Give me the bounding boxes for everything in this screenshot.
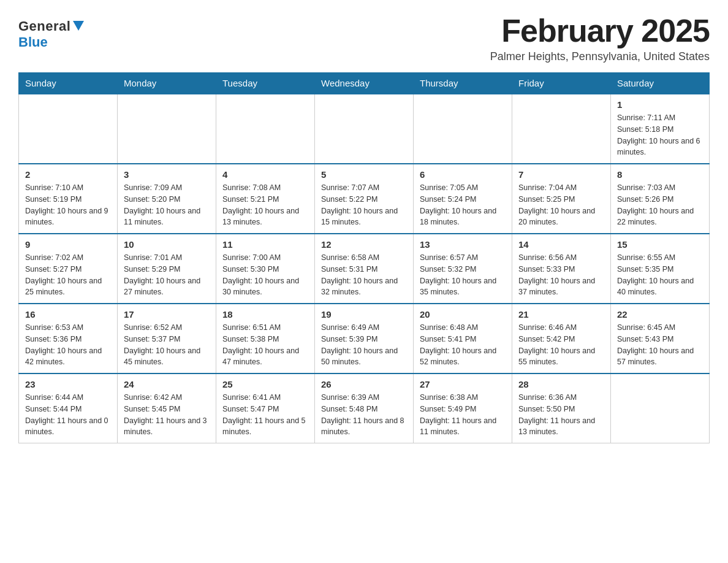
day-number: 22 bbox=[617, 309, 703, 320]
day-number: 1 bbox=[617, 99, 703, 110]
calendar-cell: 9Sunrise: 7:02 AMSunset: 5:27 PMDaylight… bbox=[19, 234, 118, 304]
day-header-monday: Monday bbox=[118, 73, 216, 94]
month-title: February 2025 bbox=[490, 12, 710, 49]
calendar-cell: 27Sunrise: 6:38 AMSunset: 5:49 PMDayligh… bbox=[414, 373, 512, 443]
day-info: Sunrise: 7:07 AMSunset: 5:22 PMDaylight:… bbox=[321, 182, 407, 228]
day-info: Sunrise: 6:51 AMSunset: 5:38 PMDaylight:… bbox=[222, 322, 308, 368]
day-info: Sunrise: 6:46 AMSunset: 5:42 PMDaylight:… bbox=[518, 322, 604, 368]
day-number: 9 bbox=[25, 239, 111, 250]
calendar-week-row: 16Sunrise: 6:53 AMSunset: 5:36 PMDayligh… bbox=[19, 304, 710, 373]
day-number: 3 bbox=[124, 169, 210, 180]
calendar-week-row: 23Sunrise: 6:44 AMSunset: 5:44 PMDayligh… bbox=[19, 373, 710, 443]
day-info: Sunrise: 6:58 AMSunset: 5:31 PMDaylight:… bbox=[321, 252, 407, 298]
day-info: Sunrise: 6:55 AMSunset: 5:35 PMDaylight:… bbox=[617, 252, 703, 298]
calendar-week-row: 1Sunrise: 7:11 AMSunset: 5:18 PMDaylight… bbox=[19, 94, 710, 164]
calendar-cell: 28Sunrise: 6:36 AMSunset: 5:50 PMDayligh… bbox=[512, 373, 611, 443]
title-area: February 2025 Palmer Heights, Pennsylvan… bbox=[490, 12, 710, 63]
page-header: General Blue February 2025 Palmer Height… bbox=[18, 12, 710, 63]
calendar-cell bbox=[19, 94, 118, 164]
day-number: 2 bbox=[25, 169, 111, 180]
day-number: 13 bbox=[420, 239, 506, 250]
day-number: 8 bbox=[617, 169, 703, 180]
calendar-week-row: 9Sunrise: 7:02 AMSunset: 5:27 PMDaylight… bbox=[19, 234, 710, 304]
day-info: Sunrise: 6:52 AMSunset: 5:37 PMDaylight:… bbox=[124, 322, 210, 368]
svg-marker-0 bbox=[73, 21, 84, 31]
day-info: Sunrise: 6:49 AMSunset: 5:39 PMDaylight:… bbox=[321, 322, 407, 368]
day-number: 4 bbox=[222, 169, 308, 180]
day-info: Sunrise: 6:41 AMSunset: 5:47 PMDaylight:… bbox=[222, 392, 308, 438]
day-number: 28 bbox=[518, 379, 604, 389]
logo-blue-text: Blue bbox=[18, 34, 48, 50]
day-info: Sunrise: 7:02 AMSunset: 5:27 PMDaylight:… bbox=[25, 252, 111, 298]
calendar-header-row: SundayMondayTuesdayWednesdayThursdayFrid… bbox=[19, 73, 710, 94]
day-info: Sunrise: 7:00 AMSunset: 5:30 PMDaylight:… bbox=[222, 252, 308, 298]
day-number: 10 bbox=[124, 239, 210, 250]
calendar-cell: 2Sunrise: 7:10 AMSunset: 5:19 PMDaylight… bbox=[19, 164, 118, 234]
day-number: 23 bbox=[25, 379, 111, 389]
day-number: 26 bbox=[321, 379, 407, 389]
calendar-cell: 13Sunrise: 6:57 AMSunset: 5:32 PMDayligh… bbox=[414, 234, 512, 304]
day-info: Sunrise: 6:36 AMSunset: 5:50 PMDaylight:… bbox=[518, 392, 604, 438]
calendar-cell: 19Sunrise: 6:49 AMSunset: 5:39 PMDayligh… bbox=[315, 304, 414, 373]
day-header-friday: Friday bbox=[512, 73, 611, 94]
calendar-cell bbox=[216, 94, 315, 164]
day-number: 6 bbox=[420, 169, 506, 180]
day-info: Sunrise: 7:01 AMSunset: 5:29 PMDaylight:… bbox=[124, 252, 210, 298]
logo-triangle-icon bbox=[73, 21, 84, 33]
calendar-cell bbox=[315, 94, 414, 164]
calendar-cell: 18Sunrise: 6:51 AMSunset: 5:38 PMDayligh… bbox=[216, 304, 315, 373]
day-header-thursday: Thursday bbox=[414, 73, 512, 94]
day-info: Sunrise: 7:08 AMSunset: 5:21 PMDaylight:… bbox=[222, 182, 308, 228]
day-info: Sunrise: 6:48 AMSunset: 5:41 PMDaylight:… bbox=[420, 322, 506, 368]
day-number: 14 bbox=[518, 239, 604, 250]
day-number: 16 bbox=[25, 309, 111, 320]
day-header-tuesday: Tuesday bbox=[216, 73, 315, 94]
day-info: Sunrise: 7:05 AMSunset: 5:24 PMDaylight:… bbox=[420, 182, 506, 228]
day-info: Sunrise: 6:45 AMSunset: 5:43 PMDaylight:… bbox=[617, 322, 703, 368]
calendar-cell: 1Sunrise: 7:11 AMSunset: 5:18 PMDaylight… bbox=[611, 94, 710, 164]
day-info: Sunrise: 6:57 AMSunset: 5:32 PMDaylight:… bbox=[420, 252, 506, 298]
calendar-cell bbox=[118, 94, 216, 164]
calendar-cell: 21Sunrise: 6:46 AMSunset: 5:42 PMDayligh… bbox=[512, 304, 611, 373]
calendar-cell: 11Sunrise: 7:00 AMSunset: 5:30 PMDayligh… bbox=[216, 234, 315, 304]
day-info: Sunrise: 6:39 AMSunset: 5:48 PMDaylight:… bbox=[321, 392, 407, 438]
calendar-cell: 23Sunrise: 6:44 AMSunset: 5:44 PMDayligh… bbox=[19, 373, 118, 443]
day-info: Sunrise: 7:04 AMSunset: 5:25 PMDaylight:… bbox=[518, 182, 604, 228]
day-number: 7 bbox=[518, 169, 604, 180]
day-number: 24 bbox=[124, 379, 210, 389]
calendar-cell: 14Sunrise: 6:56 AMSunset: 5:33 PMDayligh… bbox=[512, 234, 611, 304]
day-info: Sunrise: 6:44 AMSunset: 5:44 PMDaylight:… bbox=[25, 392, 111, 438]
calendar-cell: 15Sunrise: 6:55 AMSunset: 5:35 PMDayligh… bbox=[611, 234, 710, 304]
calendar-cell: 4Sunrise: 7:08 AMSunset: 5:21 PMDaylight… bbox=[216, 164, 315, 234]
day-number: 25 bbox=[222, 379, 308, 389]
calendar-cell: 7Sunrise: 7:04 AMSunset: 5:25 PMDaylight… bbox=[512, 164, 611, 234]
day-header-saturday: Saturday bbox=[611, 73, 710, 94]
calendar-cell: 3Sunrise: 7:09 AMSunset: 5:20 PMDaylight… bbox=[118, 164, 216, 234]
day-info: Sunrise: 6:42 AMSunset: 5:45 PMDaylight:… bbox=[124, 392, 210, 438]
calendar-cell bbox=[611, 373, 710, 443]
calendar-cell: 20Sunrise: 6:48 AMSunset: 5:41 PMDayligh… bbox=[414, 304, 512, 373]
calendar-cell: 17Sunrise: 6:52 AMSunset: 5:37 PMDayligh… bbox=[118, 304, 216, 373]
day-number: 17 bbox=[124, 309, 210, 320]
calendar-week-row: 2Sunrise: 7:10 AMSunset: 5:19 PMDaylight… bbox=[19, 164, 710, 234]
calendar-cell: 26Sunrise: 6:39 AMSunset: 5:48 PMDayligh… bbox=[315, 373, 414, 443]
calendar-cell: 6Sunrise: 7:05 AMSunset: 5:24 PMDaylight… bbox=[414, 164, 512, 234]
day-info: Sunrise: 6:53 AMSunset: 5:36 PMDaylight:… bbox=[25, 322, 111, 368]
calendar-cell: 25Sunrise: 6:41 AMSunset: 5:47 PMDayligh… bbox=[216, 373, 315, 443]
day-number: 18 bbox=[222, 309, 308, 320]
day-info: Sunrise: 7:09 AMSunset: 5:20 PMDaylight:… bbox=[124, 182, 210, 228]
day-number: 20 bbox=[420, 309, 506, 320]
calendar-table: SundayMondayTuesdayWednesdayThursdayFrid… bbox=[18, 72, 710, 443]
calendar-cell: 8Sunrise: 7:03 AMSunset: 5:26 PMDaylight… bbox=[611, 164, 710, 234]
day-number: 15 bbox=[617, 239, 703, 250]
calendar-cell: 24Sunrise: 6:42 AMSunset: 5:45 PMDayligh… bbox=[118, 373, 216, 443]
logo: General Blue bbox=[18, 12, 84, 50]
day-number: 27 bbox=[420, 379, 506, 389]
day-header-sunday: Sunday bbox=[19, 73, 118, 94]
calendar-cell: 10Sunrise: 7:01 AMSunset: 5:29 PMDayligh… bbox=[118, 234, 216, 304]
day-number: 19 bbox=[321, 309, 407, 320]
day-number: 12 bbox=[321, 239, 407, 250]
calendar-cell bbox=[512, 94, 611, 164]
calendar-cell: 12Sunrise: 6:58 AMSunset: 5:31 PMDayligh… bbox=[315, 234, 414, 304]
day-number: 11 bbox=[222, 239, 308, 250]
